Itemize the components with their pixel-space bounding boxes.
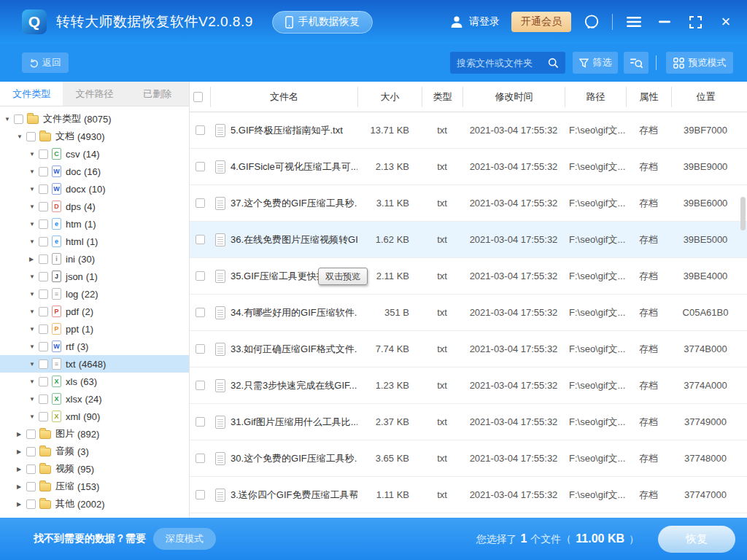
chevron-down-icon[interactable]: ▼ (29, 221, 39, 228)
tab-file-type[interactable]: 文件类型 (0, 82, 63, 106)
table-row[interactable]: 37.这个免费的GIF压缩工具秒... 3.11 KB txt 2021-03-… (190, 185, 747, 222)
checkbox[interactable] (196, 344, 205, 354)
table-row[interactable]: 34.有哪些好用的GIF压缩软件... 351 B txt 2021-03-04… (190, 295, 747, 331)
tab-file-path[interactable]: 文件路径 (63, 82, 125, 106)
tree-item-xml[interactable]: ▼ xml (90) (0, 408, 189, 425)
search-icon[interactable] (548, 58, 559, 69)
chevron-right-icon[interactable]: ▶ (17, 501, 26, 508)
chevron-right-icon[interactable]: ▶ (29, 256, 39, 262)
tree-item-ppt[interactable]: ▼ ppt (1) (0, 320, 189, 338)
tree-item-xlsx[interactable]: ▼ xlsx (24) (0, 390, 189, 408)
chevron-down-icon[interactable]: ▼ (29, 326, 39, 332)
tree-item-documents[interactable]: ▼ 文档 (4930) (0, 128, 189, 145)
tree-item-ini[interactable]: ▶ ini (30) (0, 250, 189, 268)
checkbox[interactable] (39, 394, 48, 404)
tree-item-xls[interactable]: ▼ xls (63) (0, 373, 189, 390)
chevron-down-icon[interactable]: ▼ (29, 203, 39, 210)
column-header-mtime[interactable]: 修改时间 (462, 87, 565, 107)
checkbox[interactable] (39, 149, 48, 159)
checkbox[interactable] (39, 359, 48, 369)
checkbox[interactable] (26, 132, 36, 141)
login-button[interactable]: 请登录 (449, 15, 500, 29)
recover-button[interactable]: 恢复 (658, 526, 735, 553)
vertical-scrollbar-thumb[interactable] (740, 197, 746, 230)
chevron-down-icon[interactable]: ▼ (29, 361, 39, 368)
tree-item-docx[interactable]: ▼ docx (10) (0, 180, 189, 198)
tree-item-root[interactable]: ▼ 文件类型 (8075) (0, 110, 189, 128)
chevron-down-icon[interactable]: ▼ (29, 238, 39, 245)
checkbox[interactable] (196, 162, 205, 171)
tree-item-htm[interactable]: ▼ htm (1) (0, 215, 189, 233)
table-row[interactable]: 5.GIF终极压缩指南知乎.txt 13.71 KB txt 2021-03-0… (190, 112, 747, 149)
maximize-button[interactable] (686, 12, 705, 31)
tab-deleted[interactable]: 已删除 (126, 82, 189, 106)
column-header-location[interactable]: 位置 (671, 87, 740, 107)
tree-item-archive[interactable]: ▶ 压缩 (153) (0, 478, 189, 495)
customer-service-icon[interactable] (583, 13, 600, 31)
chevron-down-icon[interactable]: ▼ (4, 116, 14, 122)
chevron-right-icon[interactable]: ▶ (17, 483, 26, 490)
tree-item-audio[interactable]: ▶ 音频 (3) (0, 443, 189, 460)
checkbox[interactable] (39, 167, 48, 176)
search-input[interactable] (457, 58, 548, 69)
tree-item-csv[interactable]: ▼ csv (14) (0, 145, 189, 163)
tree-item-html[interactable]: ▼ html (1) (0, 233, 189, 250)
chevron-down-icon[interactable]: ▼ (29, 343, 39, 350)
checkbox[interactable] (39, 377, 48, 386)
chevron-down-icon[interactable]: ▼ (29, 396, 39, 402)
checkbox[interactable] (196, 308, 205, 317)
deep-mode-button[interactable]: 深度模式 (153, 528, 216, 550)
minimize-button[interactable] (655, 12, 674, 31)
checkbox[interactable] (196, 125, 205, 135)
column-header-attr[interactable]: 属性 (626, 87, 671, 107)
checkbox[interactable] (39, 202, 48, 211)
vip-button[interactable]: 开通会员 (511, 12, 571, 32)
checkbox[interactable] (26, 499, 36, 509)
chevron-down-icon[interactable]: ▼ (29, 291, 39, 298)
table-row[interactable]: 3.送你四个GIF免费压缩工具帮... 1.11 KB txt 2021-03-… (190, 477, 747, 513)
checkbox[interactable] (39, 289, 48, 299)
close-button[interactable]: × (716, 12, 735, 31)
checkbox[interactable] (26, 482, 36, 491)
chevron-right-icon[interactable]: ▶ (17, 448, 26, 455)
tree-item-pdf[interactable]: ▼ pdf (2) (0, 303, 189, 320)
tree-item-images[interactable]: ▶ 图片 (892) (0, 425, 189, 443)
checkbox[interactable] (26, 447, 36, 456)
checkbox[interactable] (196, 417, 205, 427)
checkbox[interactable] (14, 114, 23, 124)
chevron-right-icon[interactable]: ▶ (17, 466, 26, 472)
tree-item-dps[interactable]: ▼ dps (4) (0, 198, 189, 215)
tree-item-other[interactable]: ▶ 其他 (2002) (0, 495, 189, 513)
table-row[interactable]: 31.Gif图片压缩用什么工具比... 2.37 KB txt 2021-03-… (190, 404, 747, 440)
chevron-down-icon[interactable]: ▼ (17, 133, 26, 140)
chevron-down-icon[interactable]: ▼ (29, 273, 39, 280)
tree-item-log[interactable]: ▼ log (22) (0, 285, 189, 303)
checkbox[interactable] (196, 271, 205, 281)
table-row[interactable]: 4.GIFSicle可视化压缩工具可... 2.13 KB txt 2021-0… (190, 149, 747, 185)
checkbox[interactable] (39, 254, 48, 264)
table-row-hovered[interactable]: 36.在线免费图片压缩视频转GI... 1.62 KB txt 2021-03-… (190, 222, 747, 258)
checkbox[interactable] (196, 454, 205, 463)
checkbox[interactable] (39, 412, 48, 421)
checkbox[interactable] (39, 272, 48, 281)
checkbox[interactable] (39, 324, 48, 334)
tree-item-video[interactable]: ▶ 视频 (95) (0, 460, 189, 478)
chevron-right-icon[interactable]: ▶ (17, 431, 26, 438)
back-button[interactable]: 返回 (22, 52, 69, 73)
tree-item-txt[interactable]: ▼ txt (4648) (0, 355, 189, 373)
checkbox[interactable] (39, 342, 48, 351)
chevron-down-icon[interactable]: ▼ (29, 186, 39, 192)
table-row[interactable]: 33.如何正确压缩GIF格式文件... 7.74 KB txt 2021-03-… (190, 331, 747, 368)
column-header-type[interactable]: 类型 (422, 87, 462, 107)
menu-button[interactable] (624, 12, 643, 31)
table-row[interactable]: 30.这个免费的GIF压缩工具秒... 3.65 KB txt 2021-03-… (190, 440, 747, 477)
preview-mode-button[interactable]: 预览模式 (666, 52, 733, 74)
checkbox[interactable] (26, 429, 36, 439)
checkbox[interactable] (196, 198, 205, 208)
deep-scan-button[interactable] (624, 52, 649, 74)
checkbox[interactable] (39, 237, 48, 246)
select-all-checkbox[interactable] (193, 92, 203, 102)
checkbox[interactable] (26, 464, 36, 474)
column-header-filename[interactable]: 文件名 (210, 87, 357, 107)
phone-data-recovery-button[interactable]: 手机数据恢复 (272, 11, 373, 34)
